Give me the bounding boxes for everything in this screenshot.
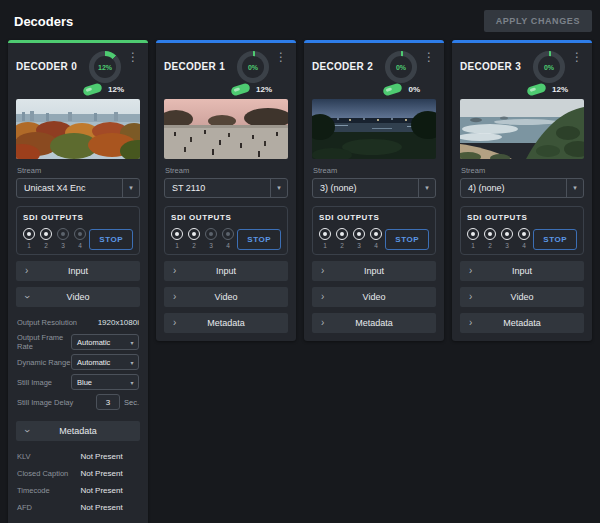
usage-ring: 0% [237, 51, 269, 83]
kebab-menu-icon[interactable]: ⋮ [422, 49, 436, 65]
load-row: 12% [460, 83, 584, 99]
kebab-menu-icon[interactable]: ⋮ [274, 49, 288, 65]
load-percent: 12% [108, 85, 124, 94]
sdi-outputs-title: SDI OUTPUTS [467, 213, 577, 222]
video-settings: Output Resolution 1920x1080i Output Fram… [16, 307, 140, 415]
decoder-title: DECODER 3 [460, 49, 533, 72]
sdi-output-toggle-1[interactable]: 1 [319, 228, 331, 249]
accordion-video[interactable]: › Video [312, 287, 436, 307]
kebab-menu-icon[interactable]: ⋮ [570, 49, 584, 65]
still-image-select[interactable]: Blue ▾ [71, 374, 139, 390]
kebab-menu-icon[interactable]: ⋮ [126, 49, 140, 65]
sdi-output-toggle-1[interactable]: 1 [467, 228, 479, 249]
sdi-output-number: 2 [44, 242, 48, 249]
sdi-outputs-panel: SDI OUTPUTS 1 2 3 [164, 206, 288, 255]
sdi-outputs-panel: SDI OUTPUTS 1 2 3 [312, 206, 436, 255]
power-icon [370, 228, 382, 240]
accordion-input[interactable]: › Input [312, 261, 436, 281]
stream-select[interactable]: ST 2110 ▾ [164, 178, 288, 198]
sdi-output-number: 2 [192, 242, 196, 249]
accordion-metadata[interactable]: › Metadata [460, 313, 584, 333]
usage-ring: 0% [385, 51, 417, 83]
power-icon [518, 228, 530, 240]
sdi-outputs-panel: SDI OUTPUTS 1 2 3 [16, 206, 140, 255]
still-image-value: Blue [72, 378, 126, 387]
card-header: DECODER 3 0% ⋮ [460, 49, 584, 83]
accordion-video[interactable]: › Video [16, 287, 140, 307]
apply-changes-button[interactable]: APPLY CHANGES [484, 10, 592, 32]
chevron-down-icon: › [22, 429, 32, 432]
video-thumbnail [164, 99, 288, 159]
stream-label: Stream [165, 166, 288, 175]
decoder-card-0: DECODER 0 12% ⋮ 12% Strea [8, 40, 148, 523]
decoder-title: DECODER 2 [312, 49, 385, 72]
dynamic-range-select[interactable]: Automatic ▾ [71, 354, 139, 370]
stop-button[interactable]: STOP [385, 229, 429, 250]
sdi-outputs-panel: SDI OUTPUTS 1 2 3 [460, 206, 584, 255]
accordion-input[interactable]: › Input [164, 261, 288, 281]
status-bean-icon [383, 82, 404, 96]
sdi-output-toggle-2[interactable]: 2 [484, 228, 496, 249]
sdi-output-toggle-2[interactable]: 2 [40, 228, 52, 249]
power-icon [57, 228, 69, 240]
power-icon [319, 228, 331, 240]
accordion-label: Metadata [460, 318, 584, 328]
power-icon [467, 228, 479, 240]
stream-select[interactable]: Unicast X4 Enc ▾ [16, 178, 140, 198]
sdi-output-toggle-4[interactable]: 4 [222, 228, 234, 249]
still-image-delay-input[interactable] [96, 394, 120, 410]
usage-ring-label: 12% [98, 64, 112, 71]
sdi-output-toggle-4[interactable]: 4 [74, 228, 86, 249]
video-thumbnail [460, 99, 584, 159]
accordion-input[interactable]: › Input [460, 261, 584, 281]
stop-button[interactable]: STOP [237, 229, 281, 250]
accordion-metadata[interactable]: › Metadata [16, 421, 140, 441]
metadata-value: Not Present [80, 452, 122, 461]
accordion-video[interactable]: › Video [460, 287, 584, 307]
power-icon [205, 228, 217, 240]
stream-select[interactable]: 4) (none) ▾ [460, 178, 584, 198]
status-bean-icon [230, 82, 251, 96]
accordion-label: Video [312, 292, 436, 302]
sdi-output-toggle-3[interactable]: 3 [501, 228, 513, 249]
sdi-output-toggle-2[interactable]: 2 [188, 228, 200, 249]
chevron-down-icon: ▾ [126, 375, 138, 389]
sdi-output-toggle-3[interactable]: 3 [205, 228, 217, 249]
setting-label: Output Resolution [17, 318, 98, 327]
load-row: 12% [164, 83, 288, 99]
metadata-row: Closed Caption Not Present [17, 465, 139, 482]
decoder-card-1: DECODER 1 0% ⋮ 12% Stream ST 2110 ▾ SDI … [156, 40, 296, 341]
chevron-down-icon: ▾ [126, 355, 138, 369]
accordion-metadata[interactable]: › Metadata [312, 313, 436, 333]
accordion-metadata[interactable]: › Metadata [164, 313, 288, 333]
sdi-output-toggle-3[interactable]: 3 [353, 228, 365, 249]
stop-button[interactable]: STOP [89, 229, 133, 250]
stop-button[interactable]: STOP [533, 229, 577, 250]
sdi-output-number: 4 [78, 242, 82, 249]
stream-select-value: Unicast X4 Enc [17, 183, 122, 193]
sdi-output-toggle-4[interactable]: 4 [518, 228, 530, 249]
accordion-label: Metadata [312, 318, 436, 328]
decoder-cards-row: DECODER 0 12% ⋮ 12% Strea [0, 40, 600, 523]
accordion-video[interactable]: › Video [164, 287, 288, 307]
sdi-output-number: 3 [357, 242, 361, 249]
sdi-output-toggle-3[interactable]: 3 [57, 228, 69, 249]
delay-unit-label: Sec. [124, 398, 139, 407]
setting-label: Still Image [17, 378, 71, 387]
metadata-label: KLV [17, 452, 80, 461]
power-icon [188, 228, 200, 240]
setting-label: Output Frame Rate [17, 333, 71, 351]
sdi-output-group: 1 2 3 4 [171, 227, 234, 249]
frame-rate-select[interactable]: Automatic ▾ [71, 334, 139, 350]
usage-ring-label: 0% [544, 64, 554, 71]
accordion-input[interactable]: › Input [16, 261, 140, 281]
usage-ring: 0% [533, 51, 565, 83]
sdi-output-toggle-4[interactable]: 4 [370, 228, 382, 249]
sdi-output-toggle-1[interactable]: 1 [171, 228, 183, 249]
sdi-output-toggle-2[interactable]: 2 [336, 228, 348, 249]
load-percent: 12% [256, 85, 272, 94]
power-icon [171, 228, 183, 240]
sdi-output-toggle-1[interactable]: 1 [23, 228, 35, 249]
usage-ring: 12% [89, 51, 121, 83]
stream-select[interactable]: 3) (none) ▾ [312, 178, 436, 198]
